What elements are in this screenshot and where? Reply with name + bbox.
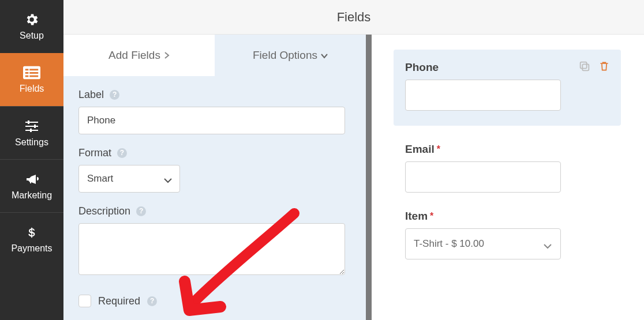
svg-rect-14	[581, 62, 587, 69]
required-caption: Required	[98, 295, 140, 307]
svg-rect-10	[28, 121, 29, 124]
tab-label: Field Options	[253, 49, 317, 62]
svg-rect-1	[25, 69, 29, 70]
top-bar: Fields	[63, 0, 644, 35]
tab-add-fields[interactable]: Add Fields	[63, 35, 215, 76]
sidenav-label: Setup	[20, 31, 44, 41]
sidenav-label: Fields	[20, 84, 44, 94]
required-checkbox[interactable]	[78, 295, 91, 307]
preview-phone-input[interactable]	[405, 80, 561, 111]
description-textarea[interactable]	[78, 223, 345, 275]
preview-field-label: Email	[405, 143, 435, 156]
help-icon[interactable]: ?	[117, 148, 127, 158]
sidenav-item-settings[interactable]: Settings	[0, 106, 63, 159]
chevron-right-icon	[164, 49, 170, 62]
svg-rect-2	[29, 69, 38, 70]
options-panel: Add Fields Field Options Label ? Format	[63, 35, 372, 320]
options-body: Label ? Format ? Description ? R	[63, 76, 366, 313]
field-actions	[578, 60, 611, 73]
help-icon[interactable]: ?	[136, 206, 146, 216]
sidenav-label: Payments	[11, 243, 52, 254]
bullhorn-icon	[23, 172, 40, 187]
preview-item-select[interactable]	[405, 228, 561, 259]
help-icon[interactable]: ?	[110, 90, 119, 100]
svg-rect-8	[25, 126, 38, 127]
preview-field-email[interactable]: Email *	[405, 143, 609, 193]
preview-label-row: Email *	[405, 143, 609, 156]
sidenav-item-fields[interactable]: Fields	[0, 53, 63, 106]
required-star: *	[430, 211, 433, 221]
builder-area: Add Fields Field Options Label ? Format	[63, 35, 644, 320]
sidenav-item-marketing[interactable]: Marketing	[0, 159, 63, 212]
preview-email-input[interactable]	[405, 161, 561, 193]
format-caption: Format	[78, 147, 111, 159]
form-preview: Phone Email * Item *	[372, 35, 644, 320]
tab-label: Add Fields	[108, 49, 160, 62]
svg-rect-7	[25, 122, 38, 123]
description-caption: Description	[78, 205, 130, 217]
options-tabs: Add Fields Field Options	[63, 35, 366, 76]
svg-rect-3	[25, 72, 29, 74]
required-row: Required ?	[78, 295, 351, 307]
trash-icon[interactable]	[598, 60, 611, 73]
tab-field-options[interactable]: Field Options	[215, 35, 366, 76]
preview-field-label: Item	[405, 210, 428, 223]
svg-rect-4	[29, 72, 38, 74]
preview-label-row: Item *	[405, 210, 609, 223]
svg-rect-6	[29, 76, 38, 77]
required-star: *	[437, 144, 440, 155]
options-scrollbar-thumb[interactable]	[366, 35, 372, 190]
preview-field-item[interactable]: Item *	[405, 210, 609, 259]
svg-rect-11	[34, 125, 36, 128]
sliders-icon	[23, 119, 40, 134]
format-select[interactable]	[78, 165, 180, 193]
sidenav-label: Marketing	[12, 190, 52, 201]
chevron-down-icon	[321, 49, 328, 62]
label-caption-row: Label ?	[78, 89, 351, 101]
fields-icon	[23, 65, 40, 80]
format-select-wrap	[78, 165, 180, 193]
help-icon[interactable]: ?	[147, 296, 157, 306]
page-title: Fields	[337, 10, 371, 25]
preview-field-label: Phone	[405, 61, 439, 74]
duplicate-icon[interactable]	[578, 60, 591, 73]
format-caption-row: Format ?	[78, 147, 351, 159]
label-caption: Label	[78, 89, 104, 101]
label-input[interactable]	[78, 107, 345, 134]
side-navigation: Setup Fields Settings Marketing Payments	[0, 0, 63, 320]
sidenav-item-payments[interactable]: Payments	[0, 212, 63, 265]
svg-rect-5	[25, 76, 29, 77]
sidenav-label: Settings	[15, 137, 48, 148]
gear-icon	[23, 12, 40, 27]
preview-field-phone[interactable]: Phone	[394, 50, 621, 126]
svg-rect-13	[582, 64, 589, 70]
sidenav-item-setup[interactable]: Setup	[0, 0, 63, 53]
svg-rect-12	[30, 129, 32, 132]
preview-item-select-wrap	[405, 228, 561, 259]
description-caption-row: Description ?	[78, 205, 351, 217]
dollar-icon	[23, 225, 40, 240]
